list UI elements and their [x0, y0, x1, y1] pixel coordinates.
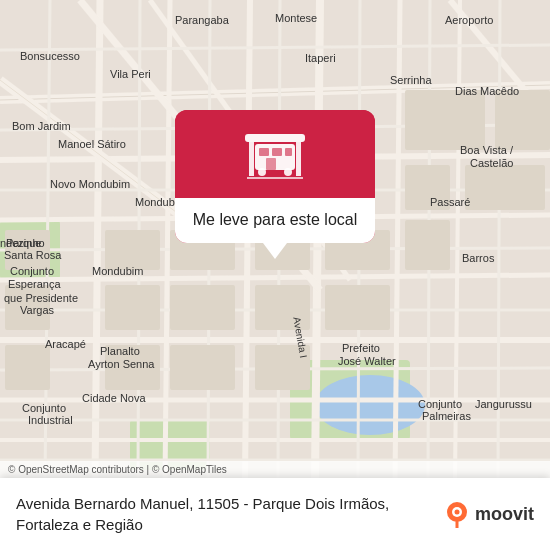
moovit-text: moovit — [475, 504, 534, 525]
svg-point-70 — [258, 168, 266, 176]
svg-rect-42 — [105, 230, 160, 270]
popup-label[interactable]: Me leve para este local — [175, 198, 375, 243]
svg-rect-45 — [105, 285, 160, 330]
svg-rect-68 — [285, 148, 292, 156]
moovit-logo: moovit — [443, 500, 534, 528]
svg-rect-49 — [325, 285, 390, 330]
svg-point-75 — [454, 510, 459, 515]
info-bar: Avenida Bernardo Manuel, 11505 - Parque … — [0, 478, 550, 550]
svg-rect-66 — [259, 148, 269, 156]
address-text: Avenida Bernardo Manuel, 11505 - Parque … — [16, 493, 431, 535]
svg-point-7 — [315, 375, 425, 435]
popup-icon-area — [175, 110, 375, 198]
svg-rect-53 — [5, 230, 50, 270]
svg-rect-50 — [105, 345, 160, 390]
map-container: Parangaba Montese Aeroporto Bonsucesso V… — [0, 0, 550, 550]
svg-rect-54 — [5, 285, 50, 330]
svg-rect-62 — [245, 134, 305, 142]
svg-point-71 — [284, 168, 292, 176]
map-attribution: © OpenStreetMap contributors | © OpenMap… — [0, 461, 550, 478]
svg-line-16 — [95, 0, 100, 480]
svg-rect-59 — [405, 90, 485, 150]
svg-rect-57 — [465, 165, 545, 210]
svg-rect-67 — [272, 148, 282, 156]
svg-rect-56 — [405, 165, 450, 210]
location-popup[interactable]: Me leve para este local — [175, 110, 375, 243]
svg-rect-69 — [266, 158, 276, 170]
attribution-text: © OpenStreetMap contributors | © OpenMap… — [8, 464, 227, 475]
svg-rect-47 — [255, 285, 310, 330]
svg-line-41 — [498, 0, 500, 480]
svg-rect-58 — [405, 220, 450, 270]
svg-rect-63 — [249, 142, 254, 176]
svg-rect-64 — [296, 142, 301, 176]
moovit-icon — [443, 500, 471, 528]
svg-rect-55 — [5, 345, 50, 390]
svg-rect-51 — [170, 345, 235, 390]
bus-stop-icon — [239, 128, 311, 184]
svg-rect-46 — [170, 285, 235, 330]
svg-rect-52 — [255, 345, 310, 390]
svg-rect-60 — [495, 90, 550, 150]
